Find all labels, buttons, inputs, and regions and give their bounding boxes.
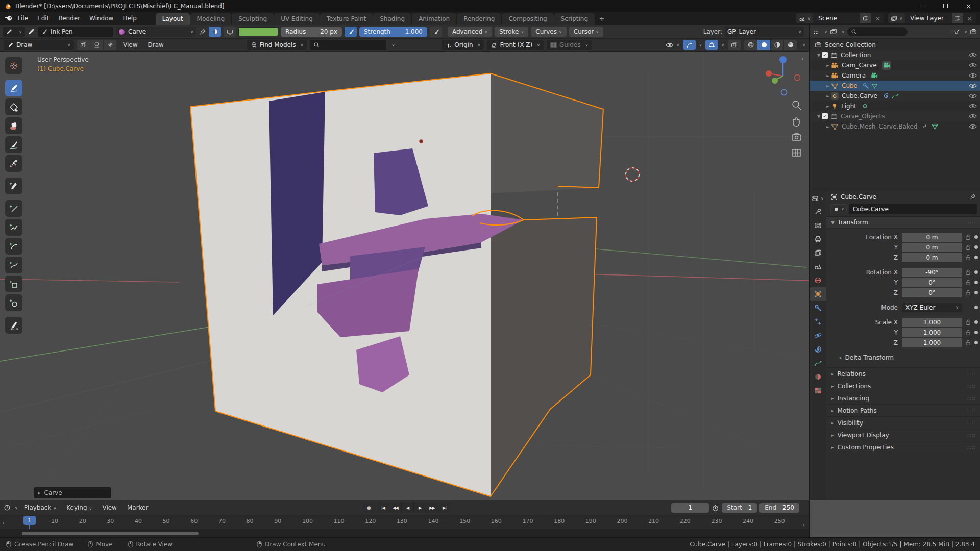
modifier-wrench-icon[interactable]: [863, 83, 869, 89]
rotation-y-field[interactable]: 0°: [902, 278, 962, 287]
hide-eye-icon[interactable]: [969, 124, 977, 129]
tool-eyedropper[interactable]: [5, 178, 22, 194]
sidebar-collapse-arrow[interactable]: ‹: [801, 55, 804, 62]
tab-layout[interactable]: Layout: [156, 13, 190, 25]
search-expand-chevron[interactable]: ∨: [391, 43, 395, 47]
outliner-row-cam-carve[interactable]: ► Cam_Carve: [810, 60, 980, 70]
radius-slider[interactable]: Radius20 px: [281, 27, 342, 37]
use-preview-range-icon[interactable]: [712, 504, 719, 512]
pin-material-icon[interactable]: [199, 28, 206, 36]
outliner-row-light[interactable]: ► Light: [810, 101, 980, 111]
guides-dropdown[interactable]: Guides ∨: [547, 40, 592, 50]
tool-curve[interactable]: [5, 257, 22, 273]
tool-cutter[interactable]: [5, 155, 22, 172]
tab-modifiers[interactable]: [810, 301, 826, 315]
visibility-dropdown[interactable]: ∨: [666, 42, 680, 48]
stroke-popover[interactable]: Stroke∨: [495, 27, 528, 37]
scene-selector[interactable]: ∨ Scene ×: [796, 13, 884, 23]
animate-dot[interactable]: [974, 306, 978, 309]
hide-eye-icon[interactable]: [969, 104, 977, 109]
minimize-button[interactable]: [911, 0, 934, 12]
xray-toggle[interactable]: [728, 40, 741, 50]
shading-material-button[interactable]: [771, 40, 783, 50]
shading-rendered-button[interactable]: [784, 40, 797, 50]
lock-icon[interactable]: [965, 244, 971, 251]
hide-eye-icon[interactable]: [969, 83, 977, 88]
lock-icon[interactable]: [965, 289, 971, 296]
keying-menu[interactable]: Keying∨: [62, 503, 96, 513]
lock-icon[interactable]: [965, 339, 971, 346]
view-menu[interactable]: View: [119, 40, 141, 49]
layer-dropdown[interactable]: GP_Layer ∨: [725, 27, 804, 37]
close-button[interactable]: ×: [957, 0, 980, 12]
menu-file[interactable]: File: [13, 13, 33, 23]
view-layer-selector[interactable]: ∨ View Layer ×: [888, 13, 976, 23]
camera-data-icon[interactable]: [883, 62, 890, 69]
drawing-plane-dropdown[interactable]: Front (X-Z) ∨: [487, 40, 544, 50]
outliner-row-collection[interactable]: ▼ ✓ Collection: [810, 50, 980, 60]
outliner-row-cube-carve[interactable]: ► Cube.Carve: [810, 91, 980, 101]
strength-pressure-button[interactable]: [430, 27, 442, 37]
find-models-dropdown[interactable]: Find Models ∨: [247, 40, 307, 50]
timeline-ruler[interactable]: 1020304050607080901001101201301401501601…: [0, 515, 809, 529]
lock-icon[interactable]: [965, 319, 971, 325]
timeline-view-menu[interactable]: View: [98, 503, 120, 513]
unlink-scene-button[interactable]: ×: [871, 15, 884, 22]
play-button[interactable]: ▶: [414, 503, 426, 513]
curve-data-icon[interactable]: [892, 92, 899, 99]
outliner-row-carve-objects[interactable]: ▼ ✓ Carve_Objects: [810, 111, 980, 121]
current-frame-marker[interactable]: 1: [23, 516, 36, 525]
filter-icon[interactable]: [953, 29, 960, 35]
tool-erase[interactable]: [5, 117, 22, 134]
tab-compositing[interactable]: Compositing: [502, 13, 553, 25]
origin-dropdown[interactable]: Origin ∨: [442, 40, 484, 50]
section-viewport-display[interactable]: ▸Viewport Display::::: [826, 429, 980, 441]
tab-particles[interactable]: [810, 315, 826, 329]
animate-dot[interactable]: [974, 245, 978, 249]
menu-window[interactable]: Window: [85, 13, 118, 23]
lock-icon[interactable]: [965, 234, 971, 240]
new-scene-button[interactable]: [860, 13, 871, 23]
animate-dot[interactable]: [974, 320, 978, 324]
tab-modeling[interactable]: Modeling: [190, 13, 232, 25]
playback-menu[interactable]: Playback∨: [20, 503, 60, 513]
curves-popover[interactable]: Curves∨: [531, 27, 567, 37]
mesh-data-icon[interactable]: [932, 123, 938, 130]
previous-keyframe-button[interactable]: ◀◀: [389, 503, 401, 513]
tab-tool[interactable]: [810, 205, 826, 218]
animate-dot[interactable]: [974, 331, 978, 334]
jump-to-end-button[interactable]: ▶|: [438, 503, 450, 513]
outliner-row-camera[interactable]: ► Camera: [810, 70, 980, 81]
outliner-row-scene-collection[interactable]: Scene Collection: [810, 40, 980, 50]
record-button[interactable]: ●: [363, 503, 375, 513]
timeline-right-collapse-arrow[interactable]: ‹: [802, 521, 805, 529]
tab-physics[interactable]: [810, 329, 826, 342]
location-z-field[interactable]: 0 m: [902, 253, 962, 262]
rotation-x-field[interactable]: -90°: [902, 268, 962, 277]
outliner-search-input[interactable]: [847, 27, 908, 36]
hide-eye-icon[interactable]: [969, 53, 977, 58]
menu-help[interactable]: Help: [118, 13, 141, 23]
brush-name-field[interactable]: Ink Pen: [38, 27, 113, 37]
tool-line[interactable]: [5, 200, 22, 217]
overlays-dropdown-chevron[interactable]: ∨: [721, 43, 724, 47]
delta-transform-subpanel[interactable]: ▸ Delta Transform: [826, 352, 980, 363]
gp-data-icon[interactable]: [883, 92, 890, 99]
tool-arc[interactable]: [5, 238, 22, 255]
animate-dot[interactable]: [974, 270, 978, 274]
timeline-left-expand-arrow[interactable]: ›: [2, 519, 5, 527]
outliner-row-cube[interactable]: ► Cube: [810, 81, 980, 91]
tool-circle[interactable]: [5, 294, 22, 311]
menu-render[interactable]: Render: [54, 13, 85, 23]
tool-draw[interactable]: [5, 80, 22, 96]
snap-toggle[interactable]: [104, 40, 116, 50]
tab-scene[interactable]: [810, 260, 826, 273]
tool-polyline[interactable]: [5, 219, 22, 236]
transform-panel-header[interactable]: ▼ Transform ::::: [826, 217, 980, 229]
play-reverse-button[interactable]: ◀: [402, 503, 413, 513]
scale-y-field[interactable]: 1.000: [902, 328, 962, 337]
tab-object[interactable]: [810, 287, 826, 301]
animate-dot[interactable]: [974, 256, 978, 259]
material-dropdown[interactable]: Carve ∨: [116, 27, 196, 37]
collection-checkbox[interactable]: ✓: [822, 52, 828, 58]
